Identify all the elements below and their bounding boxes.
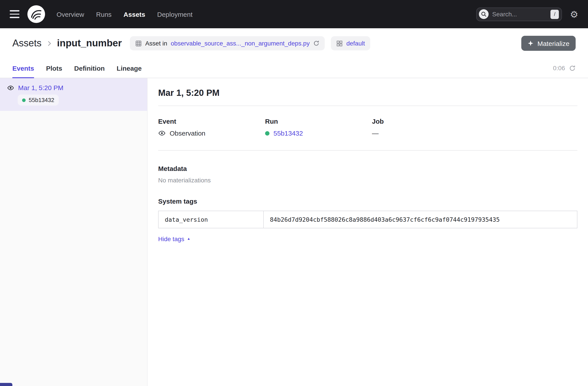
nav-item-deployment[interactable]: Deployment [157,10,193,18]
run-status-dot-icon [22,98,26,102]
nav-links: Overview Runs Assets Deployment [57,10,193,18]
event-detail-heading: Mar 1, 5:20 PM [158,88,577,98]
slash-shortcut-key: / [550,9,559,19]
tab-definition[interactable]: Definition [74,58,105,78]
tag-key-cell: data_version [158,211,264,228]
nav-item-assets[interactable]: Assets [124,10,145,18]
hide-tags-link[interactable]: Hide tags ▲ [158,235,190,243]
event-type-value: Observation [170,129,205,137]
event-summary-columns: Event Observation Run [158,118,577,137]
metadata-empty-text: No materializations [158,177,577,184]
tabs-bar: Events Plots Definition Lineage 0:06 [0,58,588,78]
top-nav: Overview Runs Assets Deployment / ⚙ [0,0,588,28]
materialize-button[interactable]: Materialize [522,36,576,51]
job-empty-value: — [372,129,378,137]
system-tags-table: data_version 84b26d7d9204cbf588026c8a988… [158,211,577,228]
main-content: Mar 1, 5:20 PM 55b13432 Mar 1, 5:20 PM E… [0,78,588,386]
divider [158,150,577,151]
hamburger-menu-icon[interactable] [10,10,20,18]
header-chips: Asset in observable_source_ass..._non_ar… [130,36,370,50]
search-icon [479,9,489,19]
page-header: Assets input_number Asset in observable_… [0,28,588,58]
event-column-label: Event [158,118,265,125]
divider [158,105,577,106]
eye-icon [7,84,14,91]
metadata-heading: Metadata [158,165,577,172]
run-id-link[interactable]: 55b13432 [273,129,303,137]
breadcrumb-assets-link[interactable]: Assets [12,38,42,49]
job-column-label: Job [372,118,479,125]
asset-grid-icon [135,40,142,47]
nav-item-runs[interactable]: Runs [96,10,112,18]
event-column: Event Observation [158,118,265,137]
run-column-label: Run [265,118,372,125]
tab-events[interactable]: Events [12,58,34,78]
refresh-timer: 0:06 [553,58,576,78]
job-column: Job — [372,118,479,137]
asset-location-chip: Asset in observable_source_ass..._non_ar… [130,36,325,50]
run-status-dot-icon [265,131,270,135]
sparkle-icon [528,40,534,46]
event-list-sidebar: Mar 1, 5:20 PM 55b13432 [0,78,147,386]
eye-icon [158,129,166,137]
asset-chip-prefix: Asset in [145,40,167,47]
run-id-pill: 55b13432 [18,95,59,105]
tab-lineage[interactable]: Lineage [117,58,142,78]
caret-up-icon: ▲ [187,237,190,241]
run-column: Run 55b13432 [265,118,372,137]
tag-row: data_version 84b26d7d9204cbf588026c8a988… [158,211,577,228]
dagster-logo-icon[interactable] [27,5,45,23]
app-root: Overview Runs Assets Deployment / ⚙ Asse… [0,0,588,386]
timer-label: 0:06 [553,64,565,72]
repo-icon [336,40,343,47]
event-list-item[interactable]: Mar 1, 5:20 PM 55b13432 [0,78,147,111]
hide-tags-label: Hide tags [158,235,184,243]
asset-file-link[interactable]: observable_source_ass..._non_argument_de… [171,40,310,47]
repo-location-label: default [346,40,365,47]
tab-plots[interactable]: Plots [46,58,62,78]
reload-code-location-icon[interactable] [313,40,319,46]
page-title: input_number [57,38,122,49]
materialize-label: Materialize [537,40,569,47]
breadcrumb: Assets input_number [12,38,122,49]
tag-value-cell: 84b26d7d9204cbf588026c8a9886d403a6c9637c… [264,211,577,228]
settings-gear-icon[interactable]: ⚙ [570,9,578,19]
bottom-left-fragment [0,383,12,386]
run-id-label: 55b13432 [29,97,54,103]
event-timestamp: Mar 1, 5:20 PM [18,84,63,91]
nav-item-overview[interactable]: Overview [57,10,84,18]
search-input[interactable] [492,11,547,18]
chevron-right-icon [46,40,53,47]
search-box[interactable]: / [476,7,562,21]
nav-right: / ⚙ [476,7,578,21]
refresh-icon[interactable] [569,65,576,71]
repo-location-chip[interactable]: default [331,36,370,50]
system-tags-heading: System tags [158,197,577,205]
event-detail-panel: Mar 1, 5:20 PM Event Observation [147,78,588,386]
